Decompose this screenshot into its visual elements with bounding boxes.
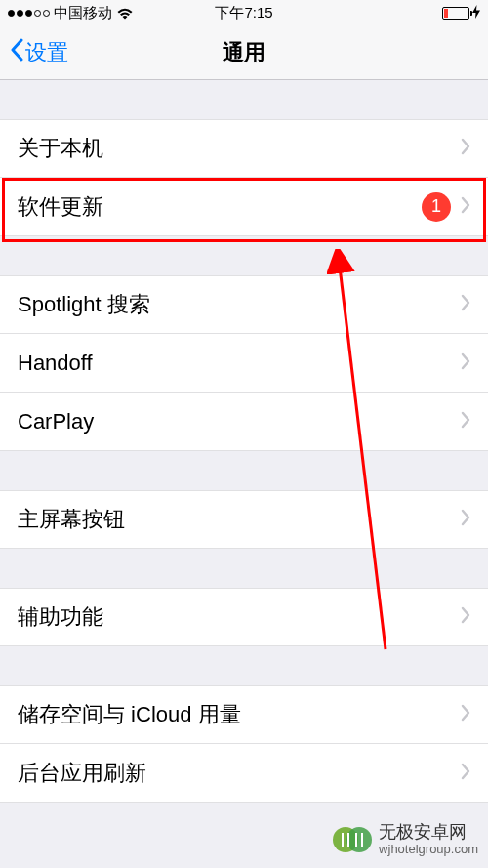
nav-bar: 设置 通用 bbox=[0, 25, 488, 80]
status-right bbox=[442, 5, 480, 21]
chevron-right-icon bbox=[461, 138, 470, 159]
row-about[interactable]: 关于本机 bbox=[0, 119, 488, 178]
watermark-url: wjhotelgroup.com bbox=[379, 843, 478, 856]
settings-group: 主屏幕按钮 bbox=[0, 490, 488, 549]
settings-group: 关于本机 软件更新 1 bbox=[0, 119, 488, 236]
chevron-right-icon bbox=[461, 763, 470, 784]
svg-point-2 bbox=[346, 827, 372, 852]
carrier-label: 中国移动 bbox=[54, 4, 112, 22]
status-time: 下午7:15 bbox=[215, 4, 272, 22]
status-bar: 中国移动 下午7:15 bbox=[0, 0, 488, 25]
row-accessibility[interactable]: 辅助功能 bbox=[0, 588, 488, 646]
watermark-logo-icon bbox=[332, 819, 373, 860]
chevron-right-icon bbox=[461, 294, 470, 315]
row-background-refresh[interactable]: 后台应用刷新 bbox=[0, 744, 488, 803]
row-storage-icloud[interactable]: 储存空间与 iCloud 用量 bbox=[0, 685, 488, 744]
row-label: 主屏幕按钮 bbox=[18, 505, 125, 534]
row-carplay[interactable]: CarPlay bbox=[0, 393, 488, 451]
chevron-right-icon bbox=[461, 509, 470, 530]
chevron-right-icon bbox=[461, 606, 470, 628]
signal-strength-icon bbox=[8, 10, 50, 17]
chevron-right-icon bbox=[461, 411, 470, 433]
back-button[interactable]: 设置 bbox=[10, 38, 68, 67]
row-handoff[interactable]: Handoff bbox=[0, 334, 488, 393]
status-left: 中国移动 bbox=[8, 4, 134, 22]
chevron-right-icon bbox=[461, 352, 470, 374]
chevron-right-icon bbox=[461, 196, 470, 218]
battery-icon bbox=[442, 7, 469, 20]
row-home-button[interactable]: 主屏幕按钮 bbox=[0, 490, 488, 549]
chevron-right-icon bbox=[461, 704, 470, 725]
row-label: 软件更新 bbox=[18, 192, 103, 222]
row-spotlight[interactable]: Spotlight 搜索 bbox=[0, 275, 488, 334]
settings-group: Spotlight 搜索 Handoff CarPlay bbox=[0, 275, 488, 451]
page-title: 通用 bbox=[223, 38, 265, 67]
wifi-icon bbox=[116, 7, 134, 20]
back-label: 设置 bbox=[25, 38, 68, 67]
row-label: 后台应用刷新 bbox=[18, 759, 146, 788]
charging-icon bbox=[472, 5, 480, 21]
row-label: 关于本机 bbox=[18, 134, 103, 163]
settings-group: 辅助功能 bbox=[0, 588, 488, 646]
row-label: CarPlay bbox=[18, 409, 94, 434]
notification-badge: 1 bbox=[422, 192, 451, 222]
settings-content: 关于本机 软件更新 1 Spotlight 搜索 Handoff bbox=[0, 80, 488, 803]
row-label: 辅助功能 bbox=[18, 602, 103, 632]
watermark: 无极安卓网 wjhotelgroup.com bbox=[332, 819, 478, 860]
row-software-update[interactable]: 软件更新 1 bbox=[0, 178, 488, 236]
chevron-left-icon bbox=[10, 38, 23, 67]
settings-group: 储存空间与 iCloud 用量 后台应用刷新 bbox=[0, 685, 488, 803]
watermark-title: 无极安卓网 bbox=[379, 823, 478, 843]
row-label: Spotlight 搜索 bbox=[18, 290, 150, 319]
row-label: Handoff bbox=[18, 351, 93, 376]
row-label: 储存空间与 iCloud 用量 bbox=[18, 700, 241, 729]
